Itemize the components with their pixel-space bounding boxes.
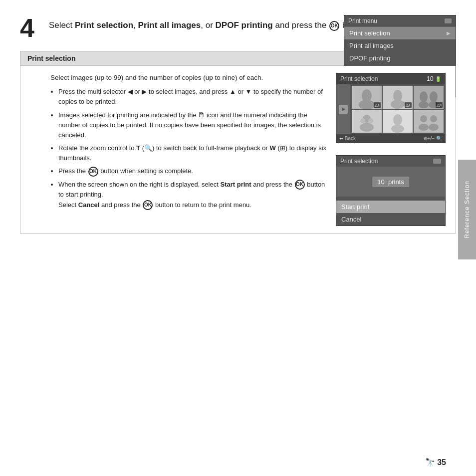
page: 4 Select Print selection, Print all imag…	[0, 0, 476, 476]
ps-body: △1 △1	[336, 84, 445, 134]
step-number: 4	[20, 15, 40, 41]
thumb-5	[383, 110, 413, 133]
menu-arrow: ▶	[447, 30, 451, 36]
svg-point-14	[360, 123, 374, 132]
svg-point-10	[419, 101, 429, 108]
badge-1: △1	[374, 102, 381, 108]
section-ui: Print selection 10 🔋	[336, 73, 446, 226]
reference-section-label: Reference Section	[464, 181, 471, 238]
ps2-icon	[433, 159, 441, 164]
svg-rect-20	[414, 110, 444, 133]
reference-section-tab: Reference Section	[458, 160, 476, 259]
print-menu-title: Print menu	[344, 15, 456, 27]
ok-circle-bullet4: OK	[88, 167, 98, 177]
bullet-list: Press the multi selector ◀ or ▶ to selec…	[50, 87, 331, 210]
ps-footer: ⬅ Back ⊕+/− 🔍	[336, 134, 445, 143]
menu-item-label: DPOF printing	[349, 54, 390, 62]
svg-point-15	[360, 118, 365, 123]
ps2-spacer	[336, 197, 445, 201]
svg-point-18	[393, 114, 402, 125]
bold-print-all: Print all images	[138, 20, 201, 30]
ps-grid: △1 △1	[350, 84, 445, 134]
ps-zoom: ⊕+/− 🔍	[424, 136, 442, 141]
print-selection-thumb-ui: Print selection 10 🔋	[336, 73, 446, 143]
svg-point-21	[420, 115, 427, 122]
ok-circle: OK	[329, 21, 339, 31]
ps-back: ⬅ Back	[339, 136, 356, 141]
bold-print-selection: Print selection	[75, 20, 133, 30]
thumb-6	[414, 110, 444, 133]
binocular-icon: 🔭	[425, 458, 435, 467]
page-number: 35	[437, 458, 446, 467]
ps-header: Print selection 10 🔋	[336, 73, 445, 84]
print-selection-section: Print selection Select images (up to 99)…	[20, 51, 456, 234]
section-content: Select images (up to 99) and the number …	[20, 66, 456, 233]
bullet-1: Press the multi selector ◀ or ▶ to selec…	[58, 87, 331, 107]
svg-point-24	[429, 124, 439, 131]
ps2-title: Print selection	[340, 158, 378, 165]
print-menu-title-text: Print menu	[348, 17, 377, 24]
menu-item-label: Print all images	[349, 42, 394, 49]
menu-item-dpof[interactable]: DPOF printing	[344, 52, 456, 64]
bullet-2: Images selected for printing are indicat…	[58, 110, 331, 140]
ok-circle-bullet5b: OK	[143, 200, 153, 210]
intro-text: Select images (up to 99) and the number …	[50, 73, 331, 83]
bold-dpof: DPOF printing	[216, 20, 273, 30]
section-text: Select images (up to 99) and the number …	[50, 73, 331, 226]
bullet-5: When the screen shown on the right is di…	[58, 180, 331, 210]
svg-point-16	[368, 118, 373, 123]
svg-point-8	[420, 91, 428, 102]
ps-play-btn	[339, 105, 348, 114]
svg-point-19	[391, 125, 404, 133]
ps-title: Print selection	[340, 75, 378, 82]
page-number-area: 🔭 35	[425, 458, 446, 467]
ps2-cancel[interactable]: Cancel	[336, 213, 445, 226]
print-selection2-ui: Print selection 10 prints Start print Ca…	[336, 155, 446, 226]
ok-circle-bullet5a: OK	[295, 180, 305, 190]
menu-item-print-selection[interactable]: Print selection ▶	[344, 27, 456, 39]
thumb-4	[352, 110, 382, 133]
badge-2: △1	[405, 102, 412, 108]
thumb-2: △1	[383, 86, 413, 109]
svg-point-9	[430, 91, 438, 102]
ps-count: 10 🔋	[427, 75, 441, 82]
badge-3: △3	[436, 102, 443, 108]
menu-item-print-all[interactable]: Print all images	[344, 39, 456, 52]
svg-point-22	[430, 115, 437, 122]
ps2-prints-badge: 10 prints	[372, 177, 409, 187]
ps-sidebar	[336, 84, 350, 134]
ps2-header: Print selection	[336, 156, 445, 167]
thumb-3: △3	[414, 86, 444, 109]
menu-item-label: Print selection	[349, 29, 390, 37]
ps2-start-print[interactable]: Start print	[336, 201, 445, 213]
bullet-4: Press the OK button when setting is comp…	[58, 166, 331, 177]
svg-point-6	[391, 100, 405, 109]
svg-point-23	[419, 124, 429, 131]
svg-marker-0	[342, 107, 345, 111]
ps2-body: 10 prints	[336, 167, 445, 197]
bullet-3: Rotate the zoom control to T (🔍) to swit…	[58, 143, 331, 163]
menu-title-icon	[445, 18, 452, 23]
thumb-1: △1	[352, 86, 382, 109]
section-inner: Select images (up to 99) and the number …	[50, 73, 446, 226]
